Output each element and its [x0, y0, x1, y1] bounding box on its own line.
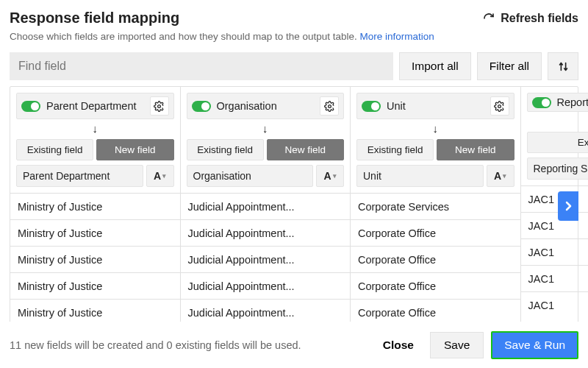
tab-existing-field[interactable]: Existing field	[187, 139, 264, 160]
data-cell: Judicial Appointment...	[181, 272, 351, 299]
import-all-button[interactable]: Import all	[399, 52, 471, 80]
field-column: Unit↓Existing fieldNew fieldUnitA▾Corpor…	[351, 87, 521, 325]
sort-button[interactable]	[548, 52, 578, 80]
field-type-selector[interactable]: A▾	[146, 165, 174, 187]
more-information-link[interactable]: More information	[360, 31, 434, 42]
type-text-icon: A	[323, 170, 331, 182]
svg-point-2	[498, 105, 501, 107]
field-header: Unit	[356, 93, 514, 119]
svg-point-0	[158, 105, 161, 107]
data-cell: JAC1	[521, 291, 589, 318]
gear-icon	[494, 101, 505, 112]
data-cell: JAC1	[521, 265, 589, 291]
field-header: Reporting Seni	[527, 93, 589, 112]
footer-status: 11 new fields will be created and 0 exis…	[10, 339, 374, 351]
refresh-icon	[483, 13, 495, 24]
close-button[interactable]: Close	[374, 333, 423, 358]
field-header-label: Unit	[387, 100, 487, 112]
save-and-run-button[interactable]: Save & Run	[491, 331, 578, 359]
field-header-label: Parent Department	[46, 100, 147, 112]
field-header: Organisation	[187, 93, 345, 119]
tab-new-field[interactable]: New field	[437, 139, 514, 160]
field-columns: Parent Department↓Existing fieldNew fiel…	[10, 86, 578, 326]
refresh-fields-button[interactable]: Refresh fields	[483, 12, 578, 25]
type-text-icon: A	[494, 170, 501, 182]
field-header: Parent Department	[16, 93, 174, 119]
data-cell: Corporate Office	[351, 219, 520, 246]
footer: 11 new fields will be created and 0 exis…	[0, 322, 588, 368]
field-name-input[interactable]: Reporting Senior F	[527, 158, 589, 180]
field-type-selector[interactable]: A▾	[487, 165, 514, 187]
field-column: Parent Department↓Existing fieldNew fiel…	[10, 87, 181, 325]
caret-down-icon: ▾	[503, 172, 506, 180]
chevron-right-icon	[564, 201, 572, 211]
data-cell: Ministry of Justice	[10, 193, 180, 219]
caret-down-icon: ▾	[162, 172, 166, 180]
data-cell: Judicial Appointment...	[181, 219, 351, 246]
description: Choose which fields are imported and how…	[10, 31, 578, 42]
arrow-down-icon: ↓	[16, 119, 174, 139]
filter-all-button[interactable]: Filter all	[477, 52, 542, 80]
field-enabled-toggle[interactable]	[362, 101, 381, 112]
field-type-selector[interactable]: A▾	[316, 165, 344, 187]
tab-new-field[interactable]: New field	[267, 139, 344, 160]
scroll-right-button[interactable]	[558, 191, 578, 221]
gear-icon	[154, 101, 165, 112]
data-cell: Ministry of Justice	[10, 219, 180, 246]
data-cell: Ministry of Justice	[10, 272, 180, 299]
data-cell: Ministry of Justice	[10, 246, 180, 272]
find-field-input[interactable]	[10, 52, 393, 80]
data-cell: Corporate Services	[351, 193, 520, 219]
page-title: Response field mapping	[10, 10, 179, 26]
field-name-input[interactable]: Organisation	[187, 165, 314, 187]
field-settings-button[interactable]	[150, 96, 169, 116]
field-header-label: Organisation	[217, 100, 318, 112]
tab-existing-field[interactable]: Existing field	[527, 132, 589, 153]
field-name-input[interactable]: Unit	[356, 165, 484, 187]
arrow-down-icon: ↓	[527, 112, 589, 132]
arrow-down-icon: ↓	[187, 119, 345, 139]
tab-existing-field[interactable]: Existing field	[356, 139, 434, 160]
type-text-icon: A	[154, 170, 161, 182]
field-name-input[interactable]: Parent Department	[16, 165, 143, 187]
field-enabled-toggle[interactable]	[21, 101, 40, 112]
data-cell: Judicial Appointment...	[181, 246, 351, 272]
tab-new-field[interactable]: New field	[96, 139, 173, 160]
data-cell: Judicial Appointment...	[181, 193, 351, 219]
field-enabled-toggle[interactable]	[192, 101, 211, 112]
save-button[interactable]: Save	[430, 332, 484, 358]
arrow-down-icon: ↓	[356, 119, 514, 139]
data-cell: JAC1	[521, 238, 589, 265]
data-cell: Corporate Office	[351, 272, 520, 299]
field-settings-button[interactable]	[320, 96, 339, 116]
caret-down-icon: ▾	[333, 172, 337, 180]
data-cell: Corporate Office	[351, 246, 520, 272]
tab-existing-field[interactable]: Existing field	[16, 139, 93, 160]
sort-icon	[558, 61, 569, 72]
refresh-label: Refresh fields	[501, 12, 578, 25]
field-header-label: Reporting Seni	[557, 96, 589, 108]
gear-icon	[324, 101, 335, 112]
field-enabled-toggle[interactable]	[532, 97, 551, 108]
svg-point-1	[328, 105, 331, 107]
field-settings-button[interactable]	[490, 96, 509, 116]
field-column: Organisation↓Existing fieldNew fieldOrga…	[181, 87, 351, 325]
